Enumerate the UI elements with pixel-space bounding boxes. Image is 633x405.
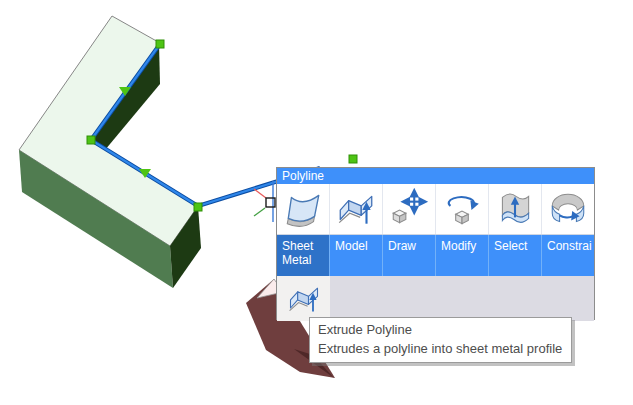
tab-icon-sheet-metal[interactable] [277, 184, 330, 234]
grip-vertex-4[interactable] [349, 155, 357, 163]
tooltip-description: Extrudes a polyline into sheet metal pro… [318, 339, 562, 358]
tab-select[interactable]: Select [489, 235, 542, 276]
cad-viewport: Polyline Sheet Metal Model [0, 0, 633, 405]
panel-title: Polyline [277, 168, 594, 184]
tooltip: Extrude Polyline Extrudes a polyline int… [309, 317, 572, 363]
extrude-polyline-button[interactable] [277, 276, 330, 321]
constraints-icon [547, 188, 589, 230]
sheet-metal-icon [282, 188, 324, 230]
grip-vertex-2[interactable] [87, 136, 95, 144]
draw-icon [388, 188, 430, 230]
tab-draw[interactable]: Draw [383, 235, 436, 276]
cursor-x-axis [254, 189, 266, 198]
tab-icon-model[interactable] [330, 184, 383, 234]
cursor-y-axis [254, 208, 265, 216]
category-tab-row: Sheet Metal Model Draw Modify Select Con… [277, 234, 594, 276]
modify-icon [441, 188, 483, 230]
tab-sheet-metal[interactable]: Sheet Metal [277, 235, 330, 276]
tool-content-row [277, 276, 594, 321]
select-icon [494, 188, 536, 230]
extrude-polyline-icon [286, 281, 322, 317]
grip-vertex-3[interactable] [194, 203, 202, 211]
model-icon [335, 188, 377, 230]
polyline-context-panel: Polyline Sheet Metal Model [276, 167, 595, 320]
tab-constraints[interactable]: Constrai [542, 235, 594, 276]
tab-icon-modify[interactable] [436, 184, 489, 234]
tab-icon-draw[interactable] [383, 184, 436, 234]
grip-vertex-1[interactable] [156, 40, 164, 48]
tab-modify[interactable]: Modify [436, 235, 489, 276]
category-icon-row [277, 184, 594, 234]
tab-model[interactable]: Model [330, 235, 383, 276]
tooltip-title: Extrude Polyline [318, 320, 562, 339]
tab-icon-select[interactable] [489, 184, 542, 234]
tab-icon-constraints[interactable] [542, 184, 594, 234]
